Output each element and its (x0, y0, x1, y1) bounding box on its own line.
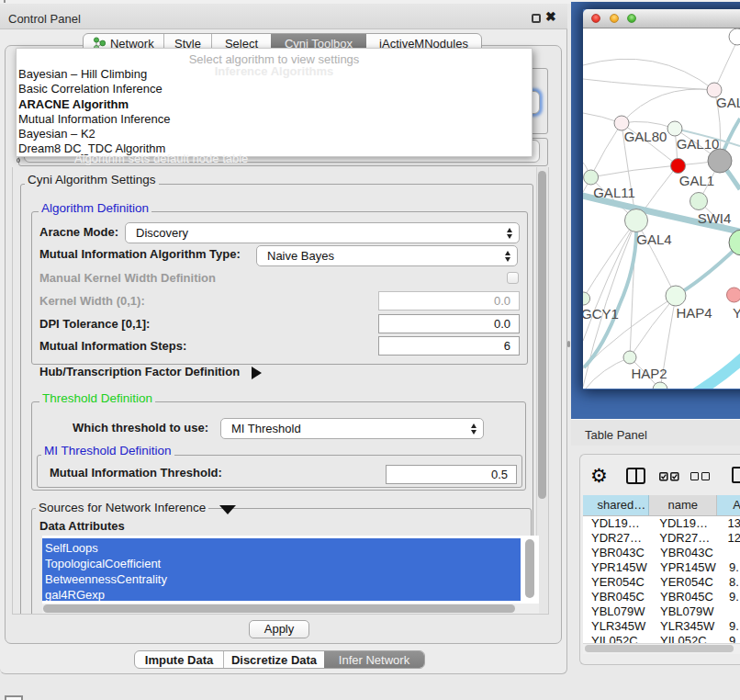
svg-text:GAL80: GAL80 (624, 129, 667, 144)
svg-text:GAL7: GAL7 (716, 95, 740, 110)
svg-text:GAL10: GAL10 (677, 136, 720, 152)
svg-text:GAL4: GAL4 (636, 231, 671, 247)
svg-text:YJ: YJ (733, 305, 740, 321)
svg-text:GAL11: GAL11 (593, 185, 635, 200)
svg-text:GAL1: GAL1 (679, 173, 714, 188)
svg-text:HAP4: HAP4 (676, 305, 712, 321)
svg-text:SWI4: SWI4 (698, 210, 732, 226)
svg-text:GCY1: GCY1 (583, 306, 619, 322)
svg-text:HAP2: HAP2 (631, 366, 667, 381)
